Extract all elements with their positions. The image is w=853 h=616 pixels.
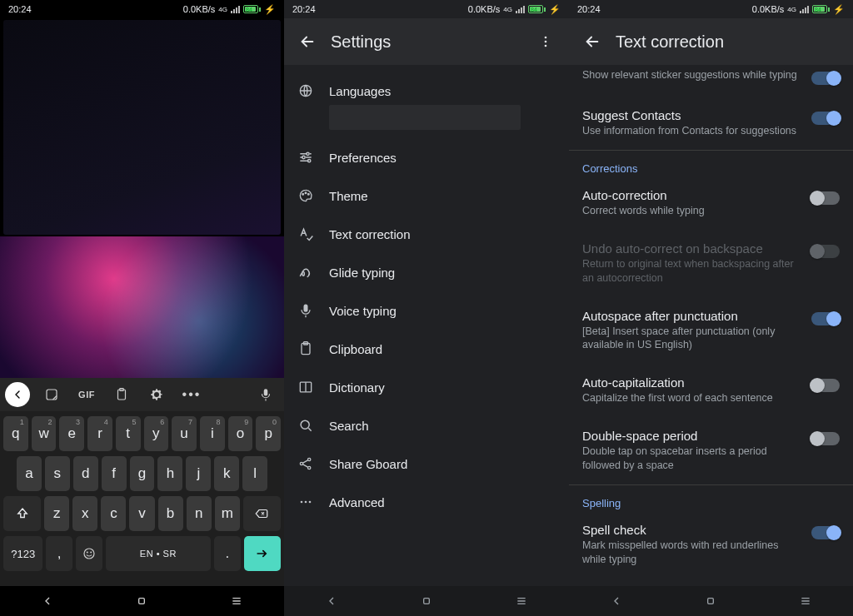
toggle-switch[interactable]: [811, 112, 840, 125]
signal-icon: [231, 6, 240, 13]
status-right: 0.0KB/s 4G 84 ⚡: [752, 4, 845, 15]
key-t[interactable]: t5: [116, 416, 141, 451]
setting-row[interactable]: Auto-correctionCorrect words while typin…: [582, 176, 840, 230]
more-icon[interactable]: •••: [178, 381, 205, 408]
svg-rect-18: [304, 305, 308, 312]
key-r[interactable]: r4: [87, 416, 112, 451]
nav-back-icon[interactable]: [32, 586, 62, 616]
svg-point-8: [545, 37, 547, 39]
overflow-menu-icon[interactable]: [529, 25, 562, 58]
setting-row[interactable]: Show relevant sticker suggestions while …: [582, 57, 840, 97]
backspace-key[interactable]: [243, 496, 281, 531]
setting-row[interactable]: Double-space periodDouble tap on spaceba…: [582, 417, 840, 484]
nav-back-icon[interactable]: [317, 586, 347, 616]
nav-back-icon[interactable]: [601, 586, 631, 616]
collapse-keyboard-button[interactable]: [5, 382, 30, 407]
comma-key[interactable]: ,: [46, 536, 72, 571]
key-z[interactable]: z: [44, 496, 69, 531]
setting-subtitle: Capitalize the first word of each senten…: [582, 391, 798, 405]
back-button[interactable]: [291, 25, 324, 58]
svg-rect-0: [47, 390, 57, 400]
settings-item-book[interactable]: Dictionary: [284, 368, 569, 406]
settings-item-label: Advanced: [329, 495, 385, 509]
settings-item-share[interactable]: Share Gboard: [284, 445, 569, 483]
status-right: 0.0KB/s 4G 84 ⚡: [468, 4, 561, 15]
gif-button[interactable]: GIF: [73, 381, 100, 408]
key-c[interactable]: c: [101, 496, 126, 531]
toggle-switch[interactable]: [811, 191, 840, 205]
key-s[interactable]: s: [45, 456, 70, 491]
toggle-switch[interactable]: [811, 432, 840, 445]
key-m[interactable]: m: [215, 496, 240, 531]
key-p[interactable]: p0: [256, 416, 281, 451]
settings-item-mic[interactable]: Voice typing: [284, 291, 569, 330]
key-x[interactable]: x: [72, 496, 97, 531]
key-b[interactable]: b: [158, 496, 183, 531]
key-v[interactable]: v: [129, 496, 154, 531]
nav-home-icon[interactable]: [412, 586, 441, 616]
svg-point-6: [91, 552, 92, 553]
settings-item-clipboard[interactable]: Clipboard: [284, 330, 569, 368]
status-rat: 4G: [787, 6, 796, 13]
key-l[interactable]: l: [242, 456, 267, 491]
key-k[interactable]: k: [214, 456, 239, 491]
enter-key[interactable]: [244, 536, 281, 571]
nav-recents-icon[interactable]: [222, 586, 252, 616]
settings-item-label: Languages: [329, 84, 391, 98]
settings-item-spellcheck[interactable]: Text correction: [284, 215, 569, 253]
signal-icon: [516, 6, 525, 13]
emoji-key[interactable]: [76, 536, 102, 571]
settings-gear-icon[interactable]: [143, 381, 170, 408]
status-right: 0.0KB/s 4G 84 ⚡: [183, 4, 276, 15]
toggle-switch[interactable]: [811, 312, 840, 325]
nav-recents-icon[interactable]: [506, 586, 536, 616]
charging-icon: ⚡: [549, 4, 561, 15]
key-u[interactable]: u7: [172, 416, 197, 451]
key-o[interactable]: o9: [228, 416, 253, 451]
key-y[interactable]: y6: [144, 416, 169, 451]
key-j[interactable]: j: [186, 456, 211, 491]
key-g[interactable]: g: [130, 456, 155, 491]
spacebar-key[interactable]: EN • SR: [106, 536, 211, 571]
toggle-switch[interactable]: [811, 72, 840, 85]
settings-item-palette[interactable]: Theme: [284, 176, 569, 215]
svg-point-13: [302, 156, 305, 158]
shift-key[interactable]: [3, 496, 41, 531]
key-d[interactable]: d: [73, 456, 98, 491]
svg-rect-30: [708, 599, 714, 604]
nav-home-icon[interactable]: [127, 586, 157, 616]
key-w[interactable]: w2: [32, 416, 57, 451]
key-e[interactable]: e3: [59, 416, 84, 451]
nav-bar: [0, 586, 284, 616]
nav-recents-icon[interactable]: [791, 586, 821, 616]
setting-row[interactable]: Spell checkMark misspelled words with re…: [582, 511, 840, 579]
svg-rect-29: [424, 599, 430, 604]
app-bar: Settings: [284, 18, 569, 65]
key-i[interactable]: i8: [200, 416, 225, 451]
back-button[interactable]: [576, 25, 609, 58]
settings-item-search[interactable]: Search: [284, 406, 569, 445]
key-n[interactable]: n: [187, 496, 212, 531]
settings-item-more[interactable]: Advanced: [284, 483, 569, 521]
clipboard-icon[interactable]: [108, 381, 135, 408]
key-f[interactable]: f: [102, 456, 127, 491]
toggle-switch[interactable]: [811, 379, 840, 392]
period-key[interactable]: .: [214, 536, 241, 571]
key-q[interactable]: q1: [3, 416, 28, 451]
settings-item-tune[interactable]: Preferences: [284, 138, 569, 176]
nav-home-icon[interactable]: [696, 586, 726, 616]
toggle-switch[interactable]: [811, 526, 840, 539]
settings-item-label: Search: [329, 419, 369, 433]
key-h[interactable]: h: [157, 456, 182, 491]
mic-icon[interactable]: [252, 381, 279, 408]
key-a[interactable]: a: [17, 456, 42, 491]
status-net: 0.0KB/s: [752, 4, 785, 14]
sticker-icon[interactable]: [38, 381, 65, 408]
svg-point-23: [300, 462, 302, 464]
settings-item-gesture[interactable]: Glide typing: [284, 253, 569, 291]
symbols-key[interactable]: ?123: [3, 536, 42, 571]
setting-row[interactable]: Suggest ContactsUse information from Con…: [582, 97, 840, 150]
setting-row[interactable]: Autospace after punctuation[Beta] Insert…: [582, 297, 840, 365]
setting-row[interactable]: Auto-capitalizationCapitalize the first …: [582, 364, 840, 417]
search-icon: [297, 417, 329, 434]
